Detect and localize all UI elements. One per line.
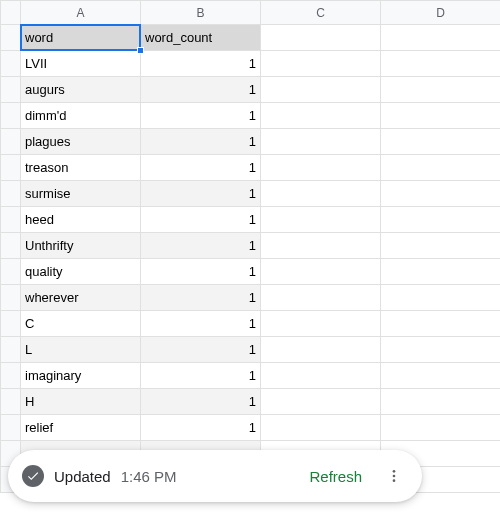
cell-d1[interactable]: [381, 25, 501, 51]
cell[interactable]: H: [21, 389, 141, 415]
cell[interactable]: [261, 389, 381, 415]
column-header-a[interactable]: A: [21, 1, 141, 25]
cell[interactable]: 1: [141, 285, 261, 311]
row-number[interactable]: [1, 311, 21, 337]
row-number[interactable]: [1, 129, 21, 155]
cell-a1[interactable]: word: [21, 25, 141, 51]
cell[interactable]: [261, 51, 381, 77]
cell[interactable]: augurs: [21, 77, 141, 103]
cell[interactable]: L: [21, 337, 141, 363]
row-number[interactable]: [1, 77, 21, 103]
more-options-button[interactable]: [380, 462, 408, 490]
cell[interactable]: 1: [141, 77, 261, 103]
cell[interactable]: [381, 233, 501, 259]
column-header-c[interactable]: C: [261, 1, 381, 25]
cell[interactable]: 1: [141, 389, 261, 415]
cell[interactable]: [261, 415, 381, 441]
cell[interactable]: [381, 415, 501, 441]
cell[interactable]: 1: [141, 337, 261, 363]
fill-handle[interactable]: [137, 47, 144, 54]
cell[interactable]: 1: [141, 155, 261, 181]
row-number[interactable]: [1, 389, 21, 415]
cell[interactable]: [381, 311, 501, 337]
cell[interactable]: [381, 129, 501, 155]
cell[interactable]: 1: [141, 259, 261, 285]
cell[interactable]: heed: [21, 207, 141, 233]
cell[interactable]: [381, 103, 501, 129]
cell[interactable]: [261, 285, 381, 311]
row-number[interactable]: [1, 25, 21, 51]
table-row: imaginary 1: [1, 363, 501, 389]
row-number[interactable]: [1, 207, 21, 233]
cell[interactable]: relief: [21, 415, 141, 441]
cell[interactable]: surmise: [21, 181, 141, 207]
cell[interactable]: [381, 51, 501, 77]
cell[interactable]: [261, 337, 381, 363]
row-number[interactable]: [1, 259, 21, 285]
row-number[interactable]: [1, 233, 21, 259]
cell[interactable]: [381, 337, 501, 363]
cell[interactable]: 1: [141, 103, 261, 129]
cell[interactable]: LVII: [21, 51, 141, 77]
cell[interactable]: [381, 259, 501, 285]
cell[interactable]: [261, 155, 381, 181]
cell[interactable]: [381, 155, 501, 181]
cell[interactable]: [261, 181, 381, 207]
table-row: heed 1: [1, 207, 501, 233]
refresh-button[interactable]: Refresh: [309, 468, 362, 485]
select-all-corner[interactable]: [1, 1, 21, 25]
cell[interactable]: 1: [141, 207, 261, 233]
table-row: quality 1: [1, 259, 501, 285]
cell[interactable]: [261, 259, 381, 285]
spreadsheet-grid[interactable]: A B C D word word_count LVII 1 augurs 1 …: [0, 0, 500, 493]
cell[interactable]: 1: [141, 181, 261, 207]
row-number[interactable]: [1, 285, 21, 311]
table-row: wherever 1: [1, 285, 501, 311]
table-row: surmise 1: [1, 181, 501, 207]
cell[interactable]: Unthrifty: [21, 233, 141, 259]
cell[interactable]: 1: [141, 415, 261, 441]
cell[interactable]: 1: [141, 363, 261, 389]
cell[interactable]: [381, 285, 501, 311]
cell[interactable]: quality: [21, 259, 141, 285]
cell[interactable]: 1: [141, 311, 261, 337]
cell[interactable]: [261, 207, 381, 233]
column-header-row: A B C D: [1, 1, 501, 25]
row-number[interactable]: [1, 337, 21, 363]
row-number[interactable]: [1, 155, 21, 181]
cell[interactable]: [261, 311, 381, 337]
row-number[interactable]: [1, 181, 21, 207]
column-header-d[interactable]: D: [381, 1, 501, 25]
cell[interactable]: dimm'd: [21, 103, 141, 129]
row-number[interactable]: [1, 415, 21, 441]
cell[interactable]: 1: [141, 129, 261, 155]
cell[interactable]: C: [21, 311, 141, 337]
cell-c1[interactable]: [261, 25, 381, 51]
cell[interactable]: 1: [141, 233, 261, 259]
cell[interactable]: treason: [21, 155, 141, 181]
cell[interactable]: [381, 389, 501, 415]
cell[interactable]: [261, 103, 381, 129]
cell[interactable]: [261, 77, 381, 103]
cell[interactable]: 1: [141, 51, 261, 77]
table-row: Unthrifty 1: [1, 233, 501, 259]
column-header-b[interactable]: B: [141, 1, 261, 25]
cell[interactable]: plagues: [21, 129, 141, 155]
cell[interactable]: [381, 77, 501, 103]
row-number[interactable]: [1, 363, 21, 389]
cell[interactable]: wherever: [21, 285, 141, 311]
status-toast: Updated 1:46 PM Refresh: [8, 450, 422, 502]
cell-b1[interactable]: word_count: [141, 25, 261, 51]
cell[interactable]: [381, 363, 501, 389]
cell[interactable]: [381, 181, 501, 207]
table-row: augurs 1: [1, 77, 501, 103]
row-number[interactable]: [1, 103, 21, 129]
toast-timestamp: 1:46 PM: [121, 468, 177, 485]
cell[interactable]: [261, 129, 381, 155]
cell[interactable]: [261, 363, 381, 389]
row-number[interactable]: [1, 51, 21, 77]
cell[interactable]: [261, 233, 381, 259]
check-icon: [22, 465, 44, 487]
cell[interactable]: imaginary: [21, 363, 141, 389]
cell[interactable]: [381, 207, 501, 233]
